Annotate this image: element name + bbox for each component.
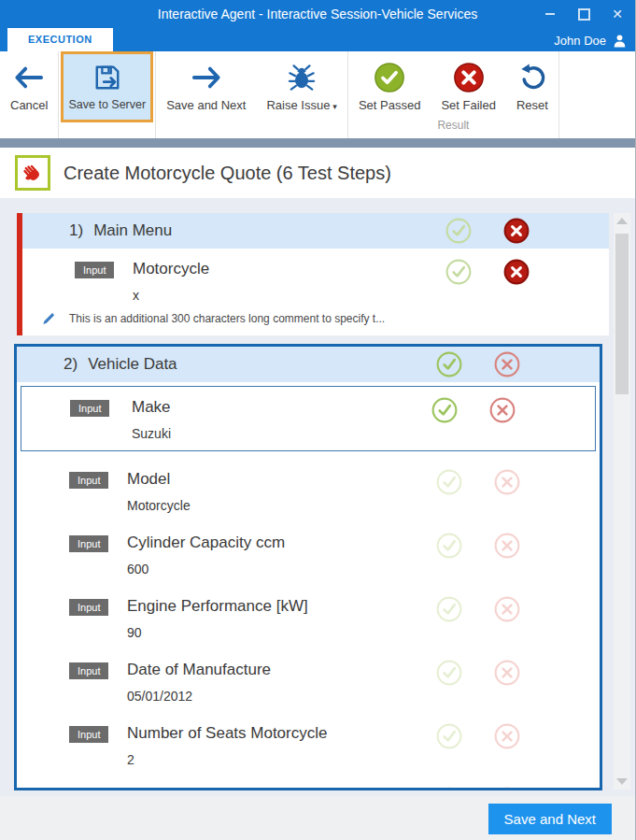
step-name: Main Menu xyxy=(93,221,172,240)
item-value[interactable]: x xyxy=(133,288,609,303)
pass-icon[interactable] xyxy=(431,396,459,424)
cross-circle-red-icon xyxy=(453,60,485,95)
toolbar-group-save: Save to Server xyxy=(59,51,156,138)
maximize-button[interactable] xyxy=(570,2,598,26)
user-menu[interactable]: John Doe xyxy=(554,33,628,49)
vertical-scrollbar[interactable] xyxy=(614,213,630,790)
step-number: 2) xyxy=(64,355,78,374)
item-label: Cylinder Capacity ccm xyxy=(127,534,600,552)
set-failed-label: Set Failed xyxy=(441,98,496,112)
fail-icon[interactable] xyxy=(493,659,521,687)
scroll-down-icon[interactable] xyxy=(616,778,628,785)
pass-icon[interactable] xyxy=(445,258,473,286)
input-badge: Input xyxy=(69,535,108,552)
cancel-button[interactable]: Cancel xyxy=(0,51,58,112)
item-value[interactable]: 90 xyxy=(127,625,600,640)
step-item-row[interactable]: InputMotorcyclexThis is an additional 30… xyxy=(22,249,609,335)
item-value[interactable]: Motorcycle xyxy=(127,498,600,513)
pass-icon[interactable] xyxy=(435,786,463,790)
item-value[interactable]: 600 xyxy=(127,562,600,577)
save-to-server-button[interactable]: Save to Server xyxy=(61,51,153,122)
pencil-icon xyxy=(41,311,56,326)
result-group-label: Result xyxy=(348,119,558,132)
item-label: Motorcycle xyxy=(133,260,609,278)
scrollbar-thumb[interactable] xyxy=(615,234,629,394)
set-passed-label: Set Passed xyxy=(359,98,421,112)
set-failed-button[interactable]: Set Failed xyxy=(431,51,506,112)
toolbar-group-cancel: Cancel xyxy=(0,51,59,138)
footer-save-and-next-button[interactable]: Save and Next xyxy=(488,804,612,834)
person-icon xyxy=(612,33,628,49)
item-label: Model xyxy=(127,470,600,489)
save-and-next-label: Save and Next xyxy=(166,98,246,112)
check-circle-green-icon xyxy=(374,60,405,95)
item-value[interactable]: Suzuki xyxy=(132,426,595,441)
titlebar: Interactive Agent - Interactive Session-… xyxy=(0,0,635,28)
fail-icon[interactable] xyxy=(493,595,521,623)
pass-icon[interactable] xyxy=(445,217,473,245)
undo-arrow-icon xyxy=(518,60,546,95)
fail-icon[interactable] xyxy=(493,722,521,750)
maximize-icon xyxy=(578,8,590,21)
raise-issue-label: Raise Issue▾ xyxy=(266,98,336,112)
reset-button[interactable]: Reset xyxy=(506,51,558,112)
fail-icon[interactable] xyxy=(493,532,521,560)
item-value[interactable]: 2 xyxy=(127,752,600,767)
save-to-server-label: Save to Server xyxy=(68,98,146,111)
step-header[interactable]: 1)Main Menu xyxy=(22,213,609,249)
app-window: Interactive Agent - Interactive Session-… xyxy=(0,0,636,840)
item-value[interactable]: 05/01/2012 xyxy=(127,689,600,704)
footer-bar: Save and Next xyxy=(0,796,635,840)
document-header: Create Motorcycle Quote (6 Test Steps) xyxy=(0,148,635,198)
input-badge: Input xyxy=(69,726,108,743)
arrow-left-icon xyxy=(14,60,44,95)
step-item-row[interactable]: InputModelMotorcycle xyxy=(17,459,600,522)
item-label: List Price xyxy=(127,788,600,790)
set-passed-button[interactable]: Set Passed xyxy=(348,51,431,112)
item-comment[interactable]: This is an additional 300 characters lon… xyxy=(41,311,609,326)
pass-icon[interactable] xyxy=(435,468,463,496)
fail-icon[interactable] xyxy=(493,786,521,790)
cancel-label: Cancel xyxy=(10,98,48,112)
comment-text: This is an additional 300 characters lon… xyxy=(69,312,385,325)
save-and-next-button[interactable]: Save and Next xyxy=(156,51,256,112)
item-label: Number of Seats Motorcycle xyxy=(127,724,600,743)
step-item-row[interactable]: InputList Price xyxy=(17,776,600,790)
step-header[interactable]: 2)Vehicle Data xyxy=(17,347,600,382)
minimize-button[interactable] xyxy=(536,2,564,26)
toolbar-group-result: Set Passed Set Failed Reset Result xyxy=(348,51,559,138)
input-badge: Input xyxy=(69,790,108,790)
step-number: 1) xyxy=(69,221,83,240)
fail-icon[interactable] xyxy=(493,468,521,496)
input-badge: Input xyxy=(69,472,108,489)
raise-issue-button[interactable]: Raise Issue▾ xyxy=(256,51,346,112)
pass-icon[interactable] xyxy=(435,722,463,750)
step-item-row[interactable]: InputDate of Manufacture05/01/2012 xyxy=(17,649,600,713)
manual-hand-icon xyxy=(15,155,50,191)
pass-icon[interactable] xyxy=(435,350,463,378)
toolbar-group-next-issue: Save and Next Raise Issue▾ xyxy=(156,51,348,138)
step-item-row[interactable]: InputMakeSuzuki xyxy=(21,386,596,451)
step-item-row[interactable]: InputNumber of Seats Motorcycle2 xyxy=(17,713,600,776)
step-item-row[interactable]: InputEngine Performance [kW]90 xyxy=(17,586,600,649)
toolbar: Cancel Save to Server xyxy=(0,51,635,138)
steps-list: 1)Main MenuInputMotorcyclexThis is an ad… xyxy=(7,213,611,790)
close-button[interactable]: ✕ xyxy=(603,2,631,26)
input-badge: Input xyxy=(75,262,114,278)
input-badge: Input xyxy=(70,400,109,417)
fail-icon[interactable] xyxy=(493,350,521,378)
item-label: Date of Manufacture xyxy=(127,661,600,679)
scroll-up-icon[interactable] xyxy=(616,218,628,224)
step-item-row[interactable]: InputCylinder Capacity ccm600 xyxy=(17,522,600,586)
pass-icon[interactable] xyxy=(435,532,463,560)
fail-icon[interactable] xyxy=(502,258,530,286)
fail-icon[interactable] xyxy=(488,396,516,424)
item-label: Make xyxy=(132,398,595,417)
fail-icon[interactable] xyxy=(502,217,530,245)
pass-icon[interactable] xyxy=(435,595,463,623)
pass-icon[interactable] xyxy=(435,659,463,687)
step-name: Vehicle Data xyxy=(88,355,177,374)
tab-bar: EXECUTION John Doe xyxy=(0,28,635,51)
tab-execution[interactable]: EXECUTION xyxy=(7,28,113,51)
user-name: John Doe xyxy=(554,34,606,48)
